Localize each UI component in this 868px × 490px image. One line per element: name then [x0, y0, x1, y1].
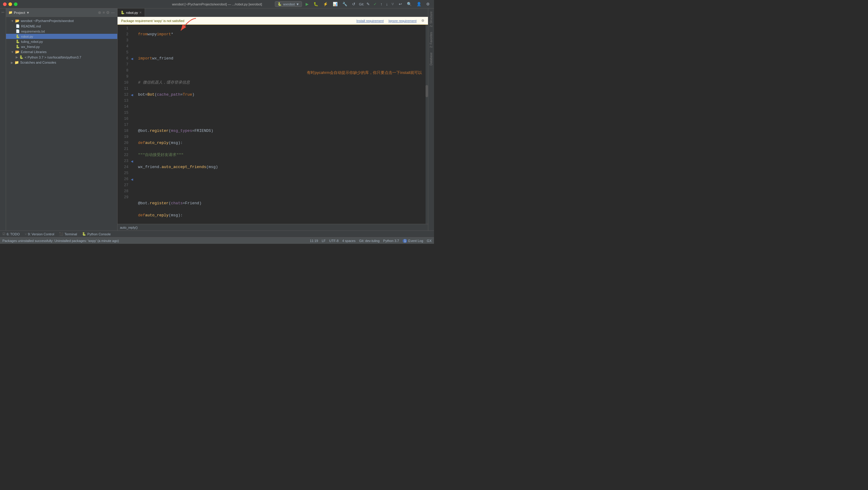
root-folder-icon: 📂 — [15, 19, 20, 23]
python37-icon: 🐍 — [19, 55, 24, 59]
minimize-button[interactable] — [8, 2, 12, 6]
settings-icon[interactable]: ⚙ — [106, 10, 110, 15]
scrollbar-track[interactable] — [426, 25, 428, 224]
tab-py-icon: 🐍 — [121, 10, 125, 15]
tree-item-python37[interactable]: 🐍 < Python 3.7 > /usr/local/bin/python3.… — [6, 55, 117, 60]
code-line-11: """自动接受好友请求""" — [138, 152, 426, 158]
tab-close-icon[interactable]: ✕ — [139, 11, 142, 14]
python37-arrow-icon — [16, 56, 18, 59]
project-title: 📁 Project ▼ — [8, 10, 30, 15]
tab-version-control[interactable]: ⑂ 9: Version Control — [25, 232, 54, 236]
scratches-label: Scratches and Consoles — [20, 61, 56, 64]
code-editor[interactable]: 1234 5678 9101112 13141516 17181920 2122… — [118, 25, 428, 224]
todo-label: 6: TODO — [7, 232, 20, 236]
tab-python-console[interactable]: 🐍 Python Console — [82, 232, 111, 236]
run-config-label: wxrobot — [283, 2, 295, 6]
sidebar-right-structure-label[interactable]: 2: Structure — [430, 11, 433, 27]
undo-button[interactable]: ↩ — [398, 1, 403, 7]
warning-bar: Package requirement 'wxpy' is not satisf… — [118, 17, 428, 25]
tree-item-external-libs[interactable]: 📂 External Libraries — [6, 49, 117, 55]
robot-label: robot.py — [21, 35, 33, 38]
search-button[interactable]: 🔍 — [406, 1, 413, 7]
left-sidebar-strip: 1 — [0, 8, 6, 231]
python-version[interactable]: Python 3.7 — [383, 239, 399, 242]
tab-terminal[interactable]: ⬛ Terminal — [59, 232, 77, 236]
sidebar-right-favorites-label[interactable]: 2: Favorites — [430, 32, 433, 48]
line-numbers: 1234 5678 9101112 13141516 17181920 2122… — [118, 25, 131, 224]
wxfriend-label: wx_friend.py — [21, 45, 40, 49]
tree-item-root[interactable]: 📂 wxrobot ~/PycharmProjects/wxrobot — [6, 18, 117, 24]
cursor-position[interactable]: 11:19 — [310, 239, 318, 242]
git-arrow-up-icon[interactable]: ↑ — [379, 1, 384, 7]
tuling-label: tuling_robot.py — [21, 40, 43, 44]
tuling-file-icon: 🐍 — [16, 39, 20, 44]
project-label: Project — [14, 11, 25, 15]
git-check-icon[interactable]: ✓ — [372, 1, 378, 7]
line-separator[interactable]: LF — [321, 239, 326, 242]
install-requirement-link[interactable]: Install requirement — [356, 19, 384, 23]
tree-item-scratches[interactable]: 📁 Scratches and Consoles — [6, 60, 117, 65]
wxfriend-file-icon: 🐍 — [16, 45, 20, 49]
run-config-chevron: ▼ — [296, 2, 299, 6]
settings-button[interactable]: ⚙ — [425, 1, 431, 7]
tree-item-tuling[interactable]: 🐍 tuling_robot.py — [6, 39, 117, 44]
code-content[interactable]: from wxpy import * import wx_friend # 微信… — [135, 25, 428, 224]
warning-gear-icon[interactable]: ⚙ — [421, 19, 424, 23]
code-line-8 — [138, 116, 426, 122]
profile-button[interactable]: 📊 — [332, 1, 339, 7]
event-log-label: Event Log — [408, 239, 424, 242]
indent-info[interactable]: 4 spaces — [342, 239, 355, 242]
breadcrumb: auto_reply() — [120, 226, 138, 229]
event-log-badge: 1 — [403, 239, 407, 243]
gx-icon[interactable]: GX — [427, 239, 432, 242]
scrollbar-thumb[interactable] — [426, 85, 428, 97]
locate-icon[interactable]: ⊕ — [98, 10, 101, 15]
run-button[interactable]: ▶ — [304, 1, 310, 7]
terminal-label: Terminal — [64, 232, 77, 236]
root-arrow-icon — [11, 19, 14, 23]
tab-robot-py[interactable]: 🐍 robot.py ✕ — [118, 8, 145, 17]
code-line-9: @bot.register(msg_types=FRIENDS) — [138, 128, 426, 134]
tab-bar: 🐍 robot.py ✕ — [118, 8, 428, 17]
tree-item-robot[interactable]: 🐍 robot.py — [6, 34, 117, 39]
user-button[interactable]: 👤 — [415, 1, 423, 7]
project-tools: ⊕ ≡ ⚙ — — [98, 10, 115, 15]
tab-todo[interactable]: ☑ 6: TODO — [2, 232, 20, 236]
git-area: Git: ✎ ✓ ↑ ↓ ⑂ — [359, 1, 395, 7]
collapse-icon[interactable]: — — [111, 10, 115, 15]
tree-item-wxfriend[interactable]: 🐍 wx_friend.py — [6, 44, 117, 49]
code-line-12: wx_friend.auto_accept_friends(msg) — [138, 164, 426, 170]
root-label: wxrobot ~/PycharmProjects/wxrobot — [21, 19, 74, 23]
code-line-13 — [138, 176, 426, 182]
coverage-button[interactable]: ⚡ — [322, 1, 329, 7]
build-button[interactable]: 🔧 — [341, 1, 348, 7]
git-branch-icon[interactable]: ⑂ — [390, 1, 395, 7]
maximize-button[interactable] — [14, 2, 18, 6]
sidebar-right-database-label[interactable]: Database — [430, 53, 433, 65]
run-config-selector[interactable]: 🐍 wxrobot ▼ — [275, 1, 302, 7]
encoding[interactable]: UTF-8 — [329, 239, 338, 242]
code-line-7 — [138, 104, 426, 110]
run-config-icon: 🐍 — [278, 2, 282, 6]
right-sidebar-strip: 2: Structure 2: Favorites Database — [428, 8, 434, 231]
filter-icon[interactable]: ≡ — [102, 10, 105, 15]
project-panel: 📁 Project ▼ ⊕ ≡ ⚙ — 📂 wxrobot ~/PycharmP… — [6, 8, 118, 231]
traffic-lights[interactable] — [3, 2, 18, 6]
sidebar-strip-icon-1[interactable]: 1 — [1, 11, 4, 13]
reload-button[interactable]: ↺ — [351, 1, 356, 7]
status-message: Packages uninstalled successfully: Unins… — [2, 239, 119, 242]
tree-item-requirements[interactable]: 📄 requirements.txt — [6, 29, 117, 34]
code-line-3: import wx_friend — [138, 56, 426, 62]
vc-icon: ⑂ — [25, 232, 27, 236]
code-line-1: from wxpy import * — [138, 31, 426, 37]
debug-button[interactable]: 🐛 — [312, 1, 319, 7]
tree-item-readme[interactable]: 📄 README.md — [6, 24, 117, 29]
warning-message: Package requirement 'wxpy' is not satisf… — [121, 19, 184, 23]
close-button[interactable] — [3, 2, 7, 6]
git-branch[interactable]: Git: dev-tuling — [359, 239, 379, 242]
git-arrow-down-icon[interactable]: ↓ — [385, 1, 390, 7]
event-log[interactable]: 1 Event Log — [403, 239, 423, 242]
ignore-requirement-link[interactable]: Ignore requirement — [389, 19, 416, 23]
git-edit-icon[interactable]: ✎ — [365, 1, 371, 7]
project-chevron-icon: ▼ — [26, 11, 30, 15]
